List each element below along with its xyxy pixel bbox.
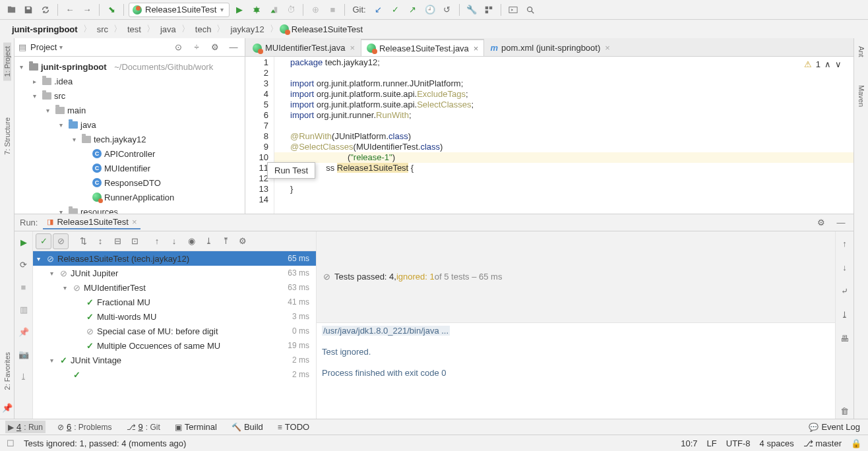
tool-terminal[interactable]: ▣ Terminal (172, 421, 220, 433)
tree-item[interactable]: ▾tech.jaykay12 (15, 132, 245, 146)
run-config-selector[interactable]: Release1SuiteTest ▾ (129, 3, 230, 17)
sidebar-tab-structure[interactable]: 7: Structure (3, 113, 11, 159)
coverage-icon[interactable] (266, 3, 281, 17)
editor-tab[interactable]: MUIdentifierTest.java× (247, 39, 361, 56)
test-row[interactable]: ✓Multiple Occuences of same MU19 ms (33, 338, 316, 353)
close-icon[interactable]: × (605, 43, 610, 53)
sidebar-tab-project[interactable]: 1: Project (3, 42, 11, 80)
pin-icon[interactable]: 📌 (16, 324, 32, 340)
editor-tab[interactable]: mpom.xml (junit-springboot)× (484, 39, 615, 56)
next-highlight-icon[interactable]: ∨ (835, 59, 842, 69)
rerun-icon[interactable]: ▶ (16, 234, 32, 250)
camera-icon[interactable]: 📷 (16, 346, 32, 362)
test-row[interactable]: ▾⊘MUIdentifierTest63 ms (33, 280, 316, 295)
run-anything-icon[interactable] (506, 3, 520, 17)
breadcrumb-leaf[interactable]: Release1SuiteTest (280, 24, 363, 34)
collapse-all-icon[interactable]: ⊡ (127, 233, 142, 249)
tree-item[interactable]: CResponseDTO (15, 175, 245, 190)
test-row[interactable]: ✓2 ms (33, 367, 316, 382)
search-everywhere-icon[interactable] (523, 3, 538, 17)
sort-abc-icon[interactable]: ↕ (92, 233, 108, 249)
close-icon[interactable]: × (132, 217, 137, 227)
settings-icon[interactable]: 🔧 (464, 3, 479, 17)
inspection-widget[interactable]: ⚠ 1 ∧ ∨ (804, 59, 842, 69)
tool-run[interactable]: ▶ 4: Run (5, 421, 46, 433)
debug-icon[interactable] (249, 3, 264, 17)
lock-icon[interactable]: 🔒 (851, 438, 861, 448)
tree-item[interactable]: ▾main (15, 103, 245, 117)
tool-event-log[interactable]: 💬 Event Log (806, 421, 863, 433)
gear-icon[interactable]: ⚙ (208, 40, 222, 55)
gear-icon[interactable]: ⚙ (235, 233, 251, 249)
forward-icon[interactable]: → (80, 3, 94, 17)
run-icon[interactable]: ▶ (232, 3, 247, 17)
console-output[interactable]: /usr/java/jdk1.8.0_221/bin/java ... Test… (317, 323, 835, 419)
open-icon[interactable] (4, 3, 18, 17)
project-tree[interactable]: ▾junit-springboot ~/Documents/Github/wor… (15, 57, 245, 214)
code-content[interactable]: package tech.jaykay12; import org.junit.… (274, 57, 853, 214)
save-all-icon[interactable] (21, 3, 36, 17)
test-row[interactable]: ▾⊘Release1SuiteTest (tech.jaykay12)65 ms (33, 251, 316, 266)
project-structure-icon[interactable] (481, 3, 496, 17)
tree-item[interactable]: CAPIController (15, 146, 245, 161)
show-passed-icon[interactable]: ✓ (36, 233, 51, 249)
tree-item[interactable]: CMUIdentifier (15, 161, 245, 175)
editor-tab[interactable]: Release1SuiteTest.java× (361, 39, 484, 56)
breadcrumb-item[interactable]: test (123, 23, 145, 36)
print-icon[interactable]: 🖶 (837, 330, 853, 346)
up-icon[interactable]: ↑ (837, 235, 853, 251)
breadcrumb-item[interactable]: src (93, 23, 112, 36)
test-row[interactable]: ⊘Special case of MU: before digit0 ms (33, 324, 316, 338)
export-icon[interactable]: ⤒ (218, 233, 233, 249)
stop-icon[interactable]: ■ (16, 279, 32, 295)
sync-icon[interactable] (38, 3, 53, 17)
attach-icon[interactable]: ⊕ (308, 3, 323, 17)
expand-icon[interactable]: ÷ (189, 40, 204, 55)
breadcrumb-item[interactable]: tech (191, 23, 216, 36)
test-row[interactable]: ✓Multi-words MU3 ms (33, 309, 316, 324)
breadcrumb-item[interactable]: junit-springboot (8, 23, 82, 36)
test-row[interactable]: ✓Fractional MU41 ms (33, 295, 316, 309)
hide-icon[interactable]: — (226, 40, 241, 55)
tool-build[interactable]: 🔨 Build (229, 421, 266, 433)
test-tree[interactable]: ▾⊘Release1SuiteTest (tech.jaykay12)65 ms… (33, 251, 316, 419)
vcs-push-icon[interactable]: ↗ (406, 3, 420, 17)
prev-highlight-icon[interactable]: ∧ (824, 59, 831, 69)
breadcrumb-item[interactable]: java (156, 23, 180, 36)
show-ignored-icon[interactable]: ⊘ (53, 233, 69, 249)
loop-icon[interactable]: ◉ (183, 233, 199, 249)
profile-icon[interactable]: ⏱ (284, 3, 298, 17)
back-icon[interactable]: ← (63, 3, 77, 17)
down-icon[interactable]: ↓ (837, 259, 853, 275)
expand-all-icon[interactable]: ⊟ (109, 233, 125, 249)
tree-item[interactable]: RunnerApplication (15, 190, 245, 204)
soft-wrap-icon[interactable]: ⤶ (837, 283, 853, 299)
tool-problems[interactable]: ⊘ 6: Problems (55, 421, 115, 433)
vcs-commit-icon[interactable]: ✓ (388, 3, 403, 17)
sidebar-tab-favorites[interactable]: 2: Favorites (3, 348, 11, 394)
export-icon[interactable]: ⤓ (16, 369, 32, 384)
tree-item[interactable]: ▾java (15, 117, 245, 132)
import-icon[interactable]: ⤓ (201, 233, 216, 249)
close-icon[interactable]: × (474, 44, 479, 53)
line-separator[interactable]: LF (707, 438, 717, 448)
gear-icon[interactable]: ⚙ (814, 216, 828, 230)
vcs-history-icon[interactable]: 🕘 (423, 3, 437, 17)
caret-position[interactable]: 10:7 (681, 438, 697, 448)
run-tab[interactable]: ◨ Release1SuiteTest × (43, 216, 140, 229)
build-icon[interactable]: ⬊ (104, 3, 119, 17)
code-editor[interactable]: 1234567891011121314 package tech.jaykay1… (245, 57, 853, 214)
sidebar-tab-maven[interactable]: Maven (857, 81, 865, 111)
tree-item[interactable]: ▸.idea (15, 74, 245, 88)
test-row[interactable]: ▾⊘JUnit Jupiter63 ms (33, 266, 316, 280)
sidebar-tab-ant[interactable]: Ant (857, 42, 865, 61)
sort-icon[interactable]: ⇅ (75, 233, 91, 249)
bookmark-icon[interactable]: 📌 (0, 400, 15, 415)
vcs-rollback-icon[interactable]: ↺ (440, 3, 454, 17)
locate-icon[interactable]: ⊙ (171, 40, 185, 55)
toggle-auto-icon[interactable]: ⟳ (16, 256, 32, 272)
tree-item[interactable]: ▾src (15, 88, 245, 103)
vcs-update-icon[interactable]: ↙ (371, 3, 386, 17)
test-row[interactable]: ▾✓JUnit Vintage2 ms (33, 353, 316, 367)
stop-icon[interactable]: ■ (325, 3, 340, 17)
